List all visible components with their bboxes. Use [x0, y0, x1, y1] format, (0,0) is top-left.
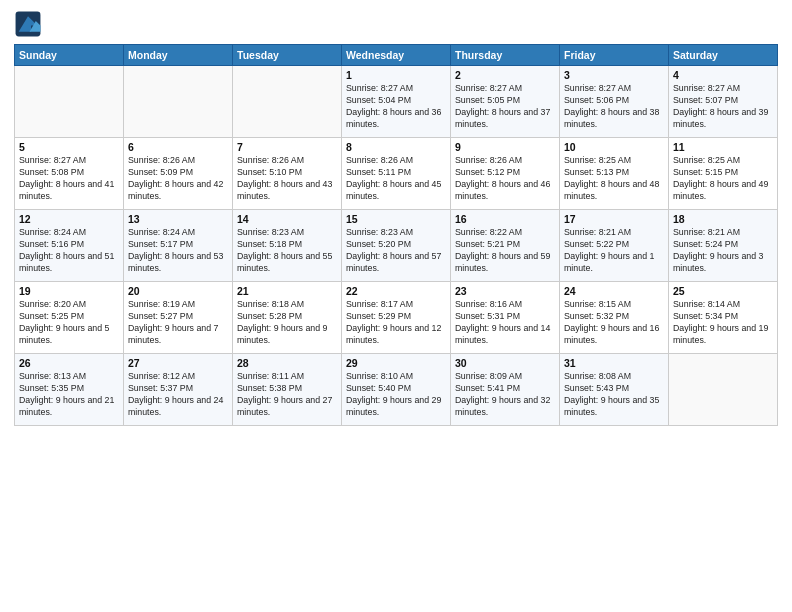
day-info: Sunrise: 8:11 AM Sunset: 5:38 PM Dayligh… — [237, 371, 337, 419]
day-cell-30: 30Sunrise: 8:09 AM Sunset: 5:41 PM Dayli… — [451, 354, 560, 426]
day-cell-16: 16Sunrise: 8:22 AM Sunset: 5:21 PM Dayli… — [451, 210, 560, 282]
day-info: Sunrise: 8:13 AM Sunset: 5:35 PM Dayligh… — [19, 371, 119, 419]
day-cell-1: 1Sunrise: 8:27 AM Sunset: 5:04 PM Daylig… — [342, 66, 451, 138]
day-info: Sunrise: 8:24 AM Sunset: 5:16 PM Dayligh… — [19, 227, 119, 275]
day-number: 5 — [19, 141, 119, 153]
day-cell-4: 4Sunrise: 8:27 AM Sunset: 5:07 PM Daylig… — [669, 66, 778, 138]
day-number: 17 — [564, 213, 664, 225]
day-cell-27: 27Sunrise: 8:12 AM Sunset: 5:37 PM Dayli… — [124, 354, 233, 426]
day-number: 10 — [564, 141, 664, 153]
day-info: Sunrise: 8:27 AM Sunset: 5:07 PM Dayligh… — [673, 83, 773, 131]
day-number: 4 — [673, 69, 773, 81]
day-info: Sunrise: 8:17 AM Sunset: 5:29 PM Dayligh… — [346, 299, 446, 347]
week-row-1: 1Sunrise: 8:27 AM Sunset: 5:04 PM Daylig… — [15, 66, 778, 138]
day-info: Sunrise: 8:23 AM Sunset: 5:20 PM Dayligh… — [346, 227, 446, 275]
day-number: 23 — [455, 285, 555, 297]
logo — [14, 10, 46, 38]
page-header — [14, 10, 778, 38]
day-info: Sunrise: 8:20 AM Sunset: 5:25 PM Dayligh… — [19, 299, 119, 347]
day-cell-8: 8Sunrise: 8:26 AM Sunset: 5:11 PM Daylig… — [342, 138, 451, 210]
day-cell-11: 11Sunrise: 8:25 AM Sunset: 5:15 PM Dayli… — [669, 138, 778, 210]
col-header-saturday: Saturday — [669, 45, 778, 66]
day-number: 9 — [455, 141, 555, 153]
day-info: Sunrise: 8:27 AM Sunset: 5:06 PM Dayligh… — [564, 83, 664, 131]
day-cell-14: 14Sunrise: 8:23 AM Sunset: 5:18 PM Dayli… — [233, 210, 342, 282]
day-number: 3 — [564, 69, 664, 81]
day-number: 29 — [346, 357, 446, 369]
col-header-monday: Monday — [124, 45, 233, 66]
day-cell-3: 3Sunrise: 8:27 AM Sunset: 5:06 PM Daylig… — [560, 66, 669, 138]
day-info: Sunrise: 8:26 AM Sunset: 5:10 PM Dayligh… — [237, 155, 337, 203]
week-row-3: 12Sunrise: 8:24 AM Sunset: 5:16 PM Dayli… — [15, 210, 778, 282]
day-number: 13 — [128, 213, 228, 225]
day-info: Sunrise: 8:16 AM Sunset: 5:31 PM Dayligh… — [455, 299, 555, 347]
day-cell-6: 6Sunrise: 8:26 AM Sunset: 5:09 PM Daylig… — [124, 138, 233, 210]
week-row-4: 19Sunrise: 8:20 AM Sunset: 5:25 PM Dayli… — [15, 282, 778, 354]
day-info: Sunrise: 8:25 AM Sunset: 5:15 PM Dayligh… — [673, 155, 773, 203]
col-header-wednesday: Wednesday — [342, 45, 451, 66]
calendar: SundayMondayTuesdayWednesdayThursdayFrid… — [14, 44, 778, 426]
day-number: 27 — [128, 357, 228, 369]
logo-icon — [14, 10, 42, 38]
day-number: 18 — [673, 213, 773, 225]
day-cell-26: 26Sunrise: 8:13 AM Sunset: 5:35 PM Dayli… — [15, 354, 124, 426]
day-cell-2: 2Sunrise: 8:27 AM Sunset: 5:05 PM Daylig… — [451, 66, 560, 138]
day-cell-13: 13Sunrise: 8:24 AM Sunset: 5:17 PM Dayli… — [124, 210, 233, 282]
day-info: Sunrise: 8:27 AM Sunset: 5:05 PM Dayligh… — [455, 83, 555, 131]
col-header-thursday: Thursday — [451, 45, 560, 66]
day-number: 2 — [455, 69, 555, 81]
day-cell-19: 19Sunrise: 8:20 AM Sunset: 5:25 PM Dayli… — [15, 282, 124, 354]
day-number: 14 — [237, 213, 337, 225]
day-info: Sunrise: 8:26 AM Sunset: 5:09 PM Dayligh… — [128, 155, 228, 203]
day-cell-22: 22Sunrise: 8:17 AM Sunset: 5:29 PM Dayli… — [342, 282, 451, 354]
day-info: Sunrise: 8:21 AM Sunset: 5:24 PM Dayligh… — [673, 227, 773, 275]
day-info: Sunrise: 8:18 AM Sunset: 5:28 PM Dayligh… — [237, 299, 337, 347]
col-header-tuesday: Tuesday — [233, 45, 342, 66]
day-info: Sunrise: 8:26 AM Sunset: 5:12 PM Dayligh… — [455, 155, 555, 203]
day-number: 6 — [128, 141, 228, 153]
day-info: Sunrise: 8:22 AM Sunset: 5:21 PM Dayligh… — [455, 227, 555, 275]
day-cell-9: 9Sunrise: 8:26 AM Sunset: 5:12 PM Daylig… — [451, 138, 560, 210]
day-number: 7 — [237, 141, 337, 153]
col-header-friday: Friday — [560, 45, 669, 66]
day-number: 8 — [346, 141, 446, 153]
day-cell-12: 12Sunrise: 8:24 AM Sunset: 5:16 PM Dayli… — [15, 210, 124, 282]
day-info: Sunrise: 8:24 AM Sunset: 5:17 PM Dayligh… — [128, 227, 228, 275]
day-info: Sunrise: 8:23 AM Sunset: 5:18 PM Dayligh… — [237, 227, 337, 275]
day-cell-20: 20Sunrise: 8:19 AM Sunset: 5:27 PM Dayli… — [124, 282, 233, 354]
empty-cell — [669, 354, 778, 426]
day-info: Sunrise: 8:08 AM Sunset: 5:43 PM Dayligh… — [564, 371, 664, 419]
day-number: 30 — [455, 357, 555, 369]
day-cell-5: 5Sunrise: 8:27 AM Sunset: 5:08 PM Daylig… — [15, 138, 124, 210]
day-cell-21: 21Sunrise: 8:18 AM Sunset: 5:28 PM Dayli… — [233, 282, 342, 354]
day-info: Sunrise: 8:26 AM Sunset: 5:11 PM Dayligh… — [346, 155, 446, 203]
day-number: 31 — [564, 357, 664, 369]
day-info: Sunrise: 8:27 AM Sunset: 5:04 PM Dayligh… — [346, 83, 446, 131]
day-info: Sunrise: 8:21 AM Sunset: 5:22 PM Dayligh… — [564, 227, 664, 275]
day-info: Sunrise: 8:15 AM Sunset: 5:32 PM Dayligh… — [564, 299, 664, 347]
empty-cell — [233, 66, 342, 138]
day-cell-24: 24Sunrise: 8:15 AM Sunset: 5:32 PM Dayli… — [560, 282, 669, 354]
column-headers: SundayMondayTuesdayWednesdayThursdayFrid… — [15, 45, 778, 66]
day-cell-23: 23Sunrise: 8:16 AM Sunset: 5:31 PM Dayli… — [451, 282, 560, 354]
day-number: 11 — [673, 141, 773, 153]
day-number: 16 — [455, 213, 555, 225]
day-number: 25 — [673, 285, 773, 297]
day-number: 26 — [19, 357, 119, 369]
day-number: 28 — [237, 357, 337, 369]
day-number: 24 — [564, 285, 664, 297]
day-number: 20 — [128, 285, 228, 297]
day-number: 1 — [346, 69, 446, 81]
day-cell-15: 15Sunrise: 8:23 AM Sunset: 5:20 PM Dayli… — [342, 210, 451, 282]
day-info: Sunrise: 8:27 AM Sunset: 5:08 PM Dayligh… — [19, 155, 119, 203]
empty-cell — [15, 66, 124, 138]
day-number: 19 — [19, 285, 119, 297]
day-info: Sunrise: 8:12 AM Sunset: 5:37 PM Dayligh… — [128, 371, 228, 419]
day-info: Sunrise: 8:09 AM Sunset: 5:41 PM Dayligh… — [455, 371, 555, 419]
day-info: Sunrise: 8:14 AM Sunset: 5:34 PM Dayligh… — [673, 299, 773, 347]
day-info: Sunrise: 8:19 AM Sunset: 5:27 PM Dayligh… — [128, 299, 228, 347]
week-row-2: 5Sunrise: 8:27 AM Sunset: 5:08 PM Daylig… — [15, 138, 778, 210]
day-cell-17: 17Sunrise: 8:21 AM Sunset: 5:22 PM Dayli… — [560, 210, 669, 282]
day-cell-29: 29Sunrise: 8:10 AM Sunset: 5:40 PM Dayli… — [342, 354, 451, 426]
col-header-sunday: Sunday — [15, 45, 124, 66]
